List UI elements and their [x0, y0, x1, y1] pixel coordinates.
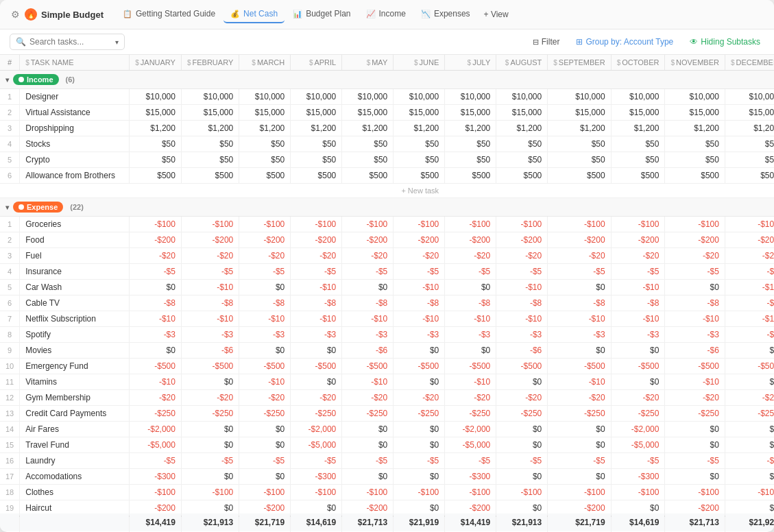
- income-icon: 📈: [366, 10, 376, 19]
- table-row[interactable]: 10Emergency Fund-$500-$500-$500-$500-$50…: [0, 359, 774, 374]
- col-task-name: $TASK NAME: [20, 55, 130, 71]
- col-sep: $SEPTEMBER: [548, 55, 611, 71]
- col-apr: $APRIL: [291, 55, 342, 71]
- filter-button[interactable]: ⊟ Filter: [529, 35, 564, 49]
- expenses-icon: 📉: [421, 10, 431, 19]
- col-jun: $JUNE: [394, 55, 445, 71]
- col-mar: $MARCH: [239, 55, 291, 71]
- expense-count: (22): [70, 203, 84, 211]
- col-may: $MAY: [342, 55, 394, 71]
- totals-row: $14,419$21,913$21,719$14,619$21,713$21,9…: [0, 516, 774, 532]
- group-by-icon: ⊞: [576, 37, 583, 47]
- table-row[interactable]: 13Credit Card Payments-$250-$250-$250-$2…: [0, 406, 774, 422]
- col-jan: $JANUARY: [130, 55, 182, 71]
- table-row[interactable]: 5Car Wash$0-$10$0-$10$0-$10$0-$10$0-$10$…: [0, 280, 774, 295]
- budget-plan-icon: 📊: [293, 10, 302, 19]
- hiding-subtasks-button[interactable]: 👁 Hiding Subtasks: [686, 35, 764, 49]
- col-jul: $JULY: [445, 55, 496, 71]
- table-row[interactable]: 14Air Fares-$2,000$0$0-$2,000$0$0-$2,000…: [0, 422, 774, 437]
- group-by-button[interactable]: ⊞ Group by: Account Type: [572, 35, 677, 49]
- tab-expenses[interactable]: 📉 Expenses: [414, 5, 477, 23]
- tab-net-cash[interactable]: 💰 Net Cash: [223, 5, 285, 23]
- table-row[interactable]: 18Clothes-$100-$100-$100-$100-$100-$100-…: [0, 485, 774, 500]
- col-dec: $DECEMBER: [725, 55, 774, 71]
- col-feb: $FEBRUARY: [181, 55, 239, 71]
- search-input[interactable]: [29, 37, 112, 47]
- chevron-down-icon: ▾: [115, 38, 119, 46]
- expense-section-header[interactable]: ▾ Expense(22): [0, 198, 774, 217]
- income-badge: Income: [13, 74, 59, 85]
- table-row[interactable]: 1Designer$10,000$10,000$10,000$10,000$10…: [0, 89, 774, 105]
- table-row[interactable]: 3Dropshipping$1,200$1,200$1,200$1,200$1,…: [0, 121, 774, 136]
- nav-tabs: 📋 Getting Started Guide 💰 Net Cash 📊 Bud…: [116, 5, 514, 23]
- table-row[interactable]: 2Food-$200-$200-$200-$200-$200-$200-$200…: [0, 232, 774, 248]
- expense-toggle-chevron[interactable]: ▾: [5, 204, 9, 211]
- title-bar: ⚙ 🔥 Simple Budget 📋 Getting Started Guid…: [0, 0, 774, 29]
- eye-icon: 👁: [690, 37, 698, 47]
- table-row[interactable]: 15Travel Fund-$5,000$0$0-$5,000$0$0-$5,0…: [0, 437, 774, 453]
- add-view-button[interactable]: + View: [479, 6, 514, 23]
- toolbar: 🔍 ▾ ⊟ Filter ⊞ Group by: Account Type 👁 …: [0, 29, 774, 55]
- budget-table: # $TASK NAME $JANUARY $FEBRUARY $MARCH $…: [0, 55, 774, 532]
- net-cash-icon: 💰: [230, 10, 240, 19]
- table-row[interactable]: 16Laundry-$5-$5-$5-$5-$5-$5-$5-$5-$5-$5-…: [0, 453, 774, 469]
- table-row[interactable]: 9Movies$0-$6$0$0-$6$0$0-$6$0$0-$6$0-$24: [0, 343, 774, 359]
- expense-badge: Expense: [13, 202, 63, 213]
- col-aug: $AUGUST: [496, 55, 548, 71]
- search-box[interactable]: 🔍 ▾: [10, 34, 125, 50]
- table-row[interactable]: 7Netflix Subscription-$10-$10-$10-$10-$1…: [0, 311, 774, 327]
- col-nov: $NOVEMBER: [665, 55, 725, 71]
- tab-income[interactable]: 📈 Income: [359, 5, 413, 23]
- table-header-row: # $TASK NAME $JANUARY $FEBRUARY $MARCH $…: [0, 55, 774, 71]
- settings-icon[interactable]: ⚙: [10, 9, 21, 20]
- income-section-header[interactable]: ▾ Income(6): [0, 71, 774, 89]
- col-oct: $OCTOBER: [611, 55, 665, 71]
- new-task-income-row[interactable]: + New task: [0, 184, 774, 198]
- table-row[interactable]: 12Gym Membership-$20-$20-$20-$20-$20-$20…: [0, 390, 774, 406]
- table-row[interactable]: 5Crypto$50$50$50$50$50$50$50$50$50$50$50…: [0, 152, 774, 168]
- table-row[interactable]: 17Accomodations-$300$0$0-$300$0$0-$300$0…: [0, 469, 774, 485]
- table-row[interactable]: 6Cable TV-$8-$8-$8-$8-$8-$8-$8-$8-$8-$8-…: [0, 295, 774, 311]
- table-wrapper: # $TASK NAME $JANUARY $FEBRUARY $MARCH $…: [0, 55, 774, 532]
- getting-started-icon: 📋: [123, 10, 132, 19]
- search-icon: 🔍: [16, 37, 26, 47]
- app-container: ⚙ 🔥 Simple Budget 📋 Getting Started Guid…: [0, 0, 774, 532]
- table-row[interactable]: 8Spotify-$3-$3-$3-$3-$3-$3-$3-$3-$3-$3-$…: [0, 327, 774, 343]
- app-title: Simple Budget: [41, 10, 104, 20]
- table-row[interactable]: 4Insurance-$5-$5-$5-$5-$5-$5-$5-$5-$5-$5…: [0, 264, 774, 280]
- toolbar-right: ⊟ Filter ⊞ Group by: Account Type 👁 Hidi…: [529, 35, 764, 49]
- table-row[interactable]: 1Groceries-$100-$100-$100-$100-$100-$100…: [0, 217, 774, 232]
- title-bar-left: ⚙ 🔥 Simple Budget: [10, 8, 104, 21]
- tab-budget-plan[interactable]: 📊 Budget Plan: [286, 5, 357, 23]
- table-row[interactable]: 11Vitamins-$10$0-$10$0-$10$0-$10$0-$10$0…: [0, 374, 774, 390]
- income-count: (6): [66, 75, 75, 84]
- filter-icon: ⊟: [533, 38, 539, 47]
- app-icon: 🔥: [25, 8, 37, 21]
- col-num: #: [0, 55, 20, 71]
- income-toggle-chevron[interactable]: ▾: [5, 76, 9, 84]
- table-row[interactable]: 3Fuel-$20-$20-$20-$20-$20-$20-$20-$20-$2…: [0, 248, 774, 264]
- table-row[interactable]: 2Virtual Assistance$15,000$15,000$15,000…: [0, 105, 774, 121]
- table-row[interactable]: 6Allowance from Brothers$500$500$500$500…: [0, 168, 774, 184]
- table-row[interactable]: 4Stocks$50$50$50$50$50$50$50$50$50$50$50…: [0, 136, 774, 152]
- tab-getting-started[interactable]: 📋 Getting Started Guide: [116, 5, 222, 23]
